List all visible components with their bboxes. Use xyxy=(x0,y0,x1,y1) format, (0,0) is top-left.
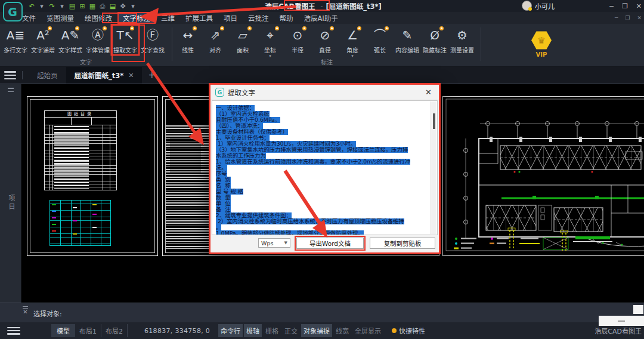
ribbon-button[interactable]: ⊘ 直径 ▾ xyxy=(312,25,338,58)
status-toggle[interactable]: 正交 xyxy=(282,324,300,337)
restore-icon[interactable]: ❐ xyxy=(622,2,628,10)
ribbon-button[interactable]: ▱ 面积 ▾ xyxy=(230,25,256,58)
quick-access-icon[interactable]: ⊞ xyxy=(78,2,86,10)
sidebar-menu-icon[interactable] xyxy=(8,88,14,92)
command-line-panel[interactable]: ✕ 选择对象: xyxy=(0,303,644,322)
vip-dot-icon xyxy=(75,26,79,30)
ribbon-button[interactable]: ⚙ 测量设置 ▾ xyxy=(449,25,475,58)
command-prompt[interactable]: 选择对象: xyxy=(33,309,62,318)
menu-item[interactable]: 文字标注 xyxy=(117,12,156,24)
quick-properties-toggle[interactable]: 快捷特性 xyxy=(399,326,425,335)
scrollbar-thumb[interactable] xyxy=(433,113,435,129)
layout1-tab[interactable]: 布局1 xyxy=(75,324,101,337)
ribbon-button[interactable]: ⊙ 半径 ▾ xyxy=(284,25,311,58)
document-tab-bar: 起始页 屈道新图纸_t3* ✕ + xyxy=(0,67,644,84)
child-close-icon[interactable]: ✕ xyxy=(637,15,642,21)
title-separator: - xyxy=(321,2,323,10)
menu-item[interactable]: 项目 xyxy=(218,12,243,24)
ribbon-button[interactable]: ∠ 角度 ▾ xyxy=(339,25,366,58)
sidebar-project-label[interactable]: 项目 xyxy=(6,195,16,211)
dialog-scrollbar[interactable] xyxy=(431,101,436,234)
vip-dot-icon xyxy=(103,26,107,30)
vip-dot-icon xyxy=(130,26,134,30)
menu-item[interactable]: 三维 xyxy=(156,12,180,24)
quick-access-icon[interactable]: ▾ xyxy=(38,2,46,10)
tab-close-icon[interactable]: ✕ xyxy=(128,72,134,79)
copy-clipboard-button[interactable]: 复制到剪贴板 xyxy=(370,238,435,249)
ribbon-button-label: 字体管理 xyxy=(86,45,110,54)
extracted-text-line: （3）地下室集水坑的压力排水管采用热浸镀锌钢管，焊接或法兰连接，压力排 xyxy=(216,147,429,153)
user-name[interactable]: 小可儿 xyxy=(535,1,555,11)
minimize-icon[interactable]: ─ xyxy=(609,2,614,10)
quick-access-icon[interactable]: ▤ xyxy=(68,2,76,10)
extracted-text-line: 洗。 xyxy=(216,165,429,171)
quick-access-icon[interactable]: ↶ xyxy=(27,2,36,10)
tab-start-page[interactable]: 起始页 xyxy=(29,67,66,84)
command-close-icon[interactable]: ✕ xyxy=(23,309,27,315)
hamburger-icon[interactable] xyxy=(4,71,16,79)
model-tab[interactable]: 模型 xyxy=(51,324,75,337)
menu-item[interactable]: 览图测量 xyxy=(41,12,79,24)
ribbon-button[interactable]: Ⓐ 字体管理 ▾ xyxy=(85,25,111,54)
quick-access-icon[interactable]: ↷ xyxy=(48,2,56,10)
ribbon-button[interactable]: ⌒ 弧长 ▾ xyxy=(367,25,393,58)
extracted-text-line: 型 号 规 格 xyxy=(216,189,429,195)
ribbon-button[interactable]: ↔ 线性 ▾ xyxy=(175,25,201,58)
status-toggle[interactable]: 命令行 xyxy=(218,324,243,337)
panel-collapse-handle[interactable] xyxy=(599,316,644,326)
child-restore-icon[interactable]: ❐ xyxy=(625,15,630,21)
status-bar: 模型 布局1 布局2 618837, 334758, 0 命令行极轴栅格正交对象… xyxy=(0,322,644,339)
menu-item[interactable]: 浩辰AI助手 xyxy=(299,12,343,24)
status-toggle[interactable]: 栅格 xyxy=(263,324,281,337)
ribbon-button-label: 内容编辑 xyxy=(395,45,419,54)
extracted-text-line: 1、毕业设计任务书； xyxy=(216,135,429,141)
ribbon-button[interactable]: A✎ 文字样式 ▾ xyxy=(57,25,83,54)
group-divider xyxy=(481,27,481,61)
close-icon[interactable]: ✕ xyxy=(636,2,642,10)
new-tab-icon[interactable]: + xyxy=(148,70,156,81)
ribbon-button[interactable]: ⇗ 对齐 ▾ xyxy=(202,25,228,58)
status-toggle[interactable]: 极轴 xyxy=(244,324,262,337)
dialog-close-icon[interactable]: ✕ xyxy=(423,88,434,97)
quick-access-icon[interactable]: ▦ xyxy=(88,2,97,10)
menu-item[interactable]: 帮助 xyxy=(274,12,299,24)
dialog-title-bar[interactable]: G 提取文字 ✕ xyxy=(210,85,439,100)
ribbon-button[interactable]: Ø 隐藏标注 ▾ xyxy=(422,25,448,58)
layout2-tab[interactable]: 布局2 xyxy=(101,324,128,337)
export-word-button[interactable]: 导出Word文档 xyxy=(296,238,364,249)
annotation-box-export: 导出Word文档 xyxy=(295,236,366,251)
format-select[interactable]: Wps ▼ xyxy=(258,238,290,248)
status-toggle[interactable]: 线宽 xyxy=(333,324,351,337)
app-logo[interactable]: G xyxy=(2,1,23,23)
menu-item[interactable]: 云批注 xyxy=(243,12,274,24)
ribbon-button[interactable]: ✎ 内容编辑 ▾ xyxy=(394,25,420,58)
ribbon-button[interactable]: T↖ 提取文字 ▾ xyxy=(112,25,138,54)
status-toggle[interactable]: 对象捕捉 xyxy=(301,324,332,337)
child-minimize-icon[interactable]: ─ xyxy=(615,15,618,21)
ribbon-button-icon: A≣ xyxy=(7,27,24,44)
ribbon-button[interactable]: A≣ 多行文字 ▾ xyxy=(2,25,29,54)
panel-handle-small[interactable] xyxy=(633,305,643,314)
user-avatar[interactable] xyxy=(522,1,532,11)
extracted-text-line: 1.0MPa。明装部分做防锈处理，埋地部分需要做防腐处理。 xyxy=(216,230,429,235)
ribbon-button[interactable]: Ⓕ 文字查找 ▾ xyxy=(140,25,166,54)
quick-access-icon[interactable]: ⎙ xyxy=(98,2,107,10)
quick-access-icon[interactable]: ⬓ xyxy=(109,2,117,10)
ribbon-button[interactable]: ⌖ 坐标 ▾ xyxy=(257,25,283,58)
status-menu-icon[interactable] xyxy=(7,327,20,335)
vip-button[interactable]: ♛ VIP xyxy=(525,26,558,63)
ribbon-button-icon: ⊘ xyxy=(320,27,330,44)
sheet-drawing-list: 图纸目录 xyxy=(27,96,158,256)
quick-access-icon[interactable]: ▾ xyxy=(129,2,137,10)
quick-access-icon[interactable]: ▾ xyxy=(58,2,66,10)
status-toggle[interactable]: 全屏显示 xyxy=(352,324,383,337)
menu-item[interactable]: 绘图修改 xyxy=(79,12,117,24)
ribbon-button-icon: ↔ xyxy=(183,27,193,44)
extracted-text-area[interactable]: 一、设计依据：（1）室内消火栓系统且耐压值不小于0.6MPa。（四）、管道冲洗：… xyxy=(212,100,438,235)
ribbon-button[interactable]: A² 文字递增 ▾ xyxy=(30,25,56,54)
tab-document[interactable]: 屈道新图纸_t3* ✕ xyxy=(66,67,143,84)
quick-access-icon[interactable]: ✥ xyxy=(119,2,127,10)
menu-item[interactable]: 扩展工具 xyxy=(180,12,218,24)
vip-dot-icon xyxy=(247,26,252,30)
document-title: [屈道新图纸_t3*] xyxy=(326,1,382,11)
